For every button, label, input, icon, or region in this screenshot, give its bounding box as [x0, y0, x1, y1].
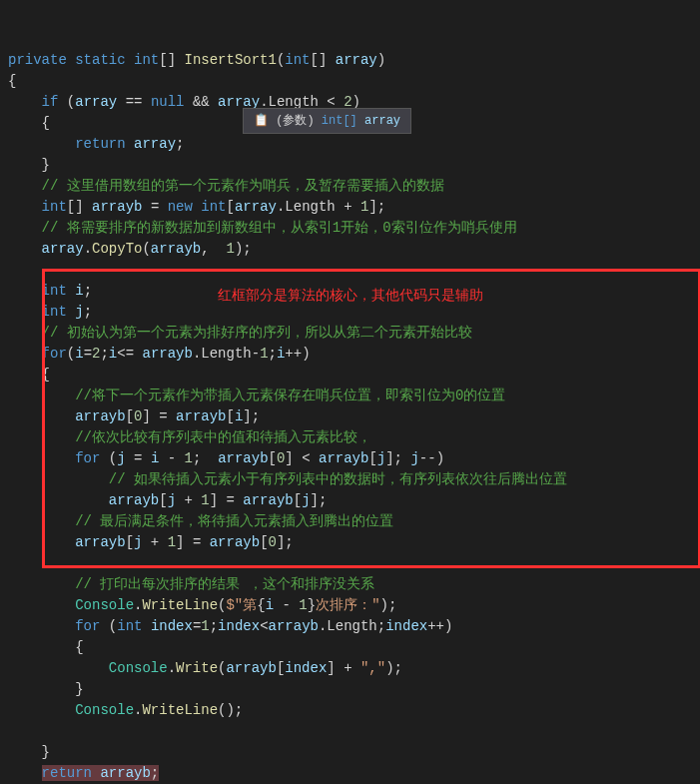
method-name: InsertSort1: [184, 52, 276, 68]
type: int: [134, 52, 159, 68]
intellisense-tooltip: 📋 (参数) int[] array: [243, 108, 411, 134]
keyword: private: [8, 52, 67, 68]
code-editor[interactable]: private static int[] InsertSort1(int[] a…: [8, 29, 692, 784]
code-content[interactable]: private static int[] InsertSort1(int[] a…: [8, 50, 692, 784]
annotation-text: 红框部分是算法的核心，其他代码只是辅助: [218, 285, 483, 306]
keyword: static: [75, 52, 125, 68]
